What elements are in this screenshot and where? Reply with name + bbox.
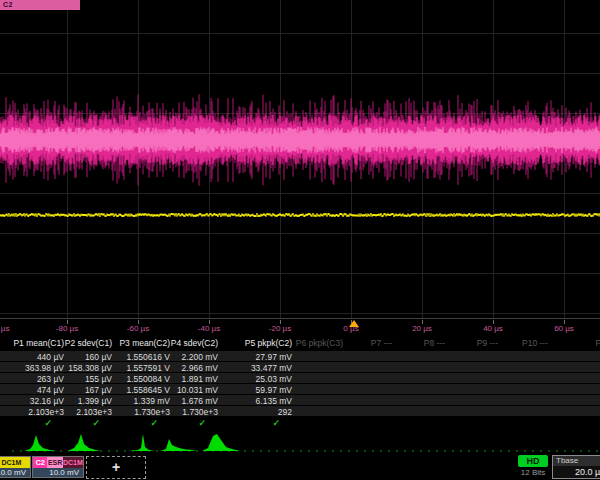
param-status-check-icon: ✓ (272, 418, 280, 428)
histicon-p4[interactable] (160, 439, 196, 451)
param-header-p2[interactable]: P2 sdev(C1) (65, 338, 112, 348)
axis-tick-label: 20 µs (392, 324, 452, 333)
param-header-p4[interactable]: P4 sdev(C2) (171, 338, 218, 348)
trigger-position-marker[interactable] (349, 320, 359, 327)
param-value: 1.558645 V (127, 385, 170, 395)
hd-mode-badge[interactable]: HD (518, 455, 548, 467)
param-header-p6[interactable]: P6 pkpk(C3) (296, 338, 343, 348)
param-header-p9[interactable]: P9 --- (477, 338, 498, 348)
param-value: 263 µV (37, 374, 64, 384)
param-value: 155 µV (85, 374, 112, 384)
measurement-table: P1 mean(C1)440 µV363.98 µV263 µV474 µV32… (0, 336, 600, 430)
param-value: 1.730e+3 (182, 407, 218, 417)
axis-tick-label: -20 µs (250, 324, 310, 333)
param-value: 363.98 µV (25, 363, 64, 373)
c2-descriptor-box[interactable]: C2 ESR DC1M 10.0 mV (32, 456, 84, 478)
add-trace-button[interactable]: + (86, 456, 146, 479)
param-value: 32.16 µV (30, 396, 64, 406)
param-value: 2.200 mV (182, 352, 218, 362)
param-value: 440 µV (37, 352, 64, 362)
c1-vdiv-value: 10.0 mV (0, 468, 30, 477)
param-value: 59.97 mV (256, 385, 292, 395)
param-value: 1.399 µV (78, 396, 112, 406)
param-value: 2.103e+3 (76, 407, 112, 417)
param-status-check-icon: ✓ (92, 418, 100, 428)
param-value: 2.966 mV (182, 363, 218, 373)
param-value: 6.135 mV (256, 396, 292, 406)
c2-esr-badge: ESR (47, 457, 62, 468)
param-value: 1.339 mV (134, 396, 170, 406)
axis-tick-label: -40 µs (179, 324, 239, 333)
axis-tick-label: -60 µs (108, 324, 168, 333)
param-header-p1[interactable]: P1 mean(C1) (13, 338, 64, 348)
time-axis: -100 µs-80 µs-60 µs-40 µs-20 µs0 µs20 µs… (0, 318, 600, 337)
c1-coupling-badge: DC1M (0, 457, 30, 468)
timebase-descriptor-box[interactable]: Tbase 20.0 µs (552, 455, 600, 479)
param-value: 33.477 mV (251, 363, 292, 373)
c2-vdiv-value: 10.0 mV (33, 468, 83, 477)
param-value: 167 µV (85, 385, 112, 395)
c2-coupling-badge: DC1M (63, 457, 83, 468)
axis-tick-label: 60 µs (534, 324, 594, 333)
param-value: 474 µV (37, 385, 64, 395)
param-value: 158.308 µV (68, 363, 112, 373)
param-header-p10[interactable]: P10 --- (522, 338, 548, 348)
param-value: 1.891 mV (182, 374, 218, 384)
param-status-check-icon: ✓ (44, 418, 52, 428)
histicon-p5[interactable] (202, 434, 240, 451)
timebase-label: Tbase (553, 456, 600, 466)
axis-tick-label: 40 µs (463, 324, 523, 333)
param-value: 1.557591 V (127, 363, 170, 373)
param-status-check-icon: ✓ (150, 418, 158, 428)
param-header-p8[interactable]: P8 --- (424, 338, 445, 348)
axis-tick-label: -100 µs (0, 324, 26, 333)
parameter-histicons (0, 430, 600, 455)
param-value: 27.97 mV (256, 352, 292, 362)
param-header-p5[interactable]: P5 pkpk(C2) (245, 338, 292, 348)
hd-bits-label: 12 Bits (510, 468, 556, 477)
waveform-grid (0, 0, 600, 318)
c2-channel-tag: C2 (33, 457, 47, 468)
timebase-value: 20.0 µs (553, 466, 600, 479)
c2-trace-label[interactable]: C2 (0, 0, 80, 10)
histicon-p2[interactable] (68, 434, 100, 451)
param-value: 292 (278, 407, 292, 417)
param-value: 1.550084 V (127, 374, 170, 384)
param-value: 160 µV (85, 352, 112, 362)
param-value: 1.676 mV (182, 396, 218, 406)
param-header-p3[interactable]: P3 mean(C2) (119, 338, 170, 348)
param-header-p7[interactable]: P7 --- (371, 338, 392, 348)
param-status-check-icon: ✓ (198, 418, 206, 428)
param-value: 1.730e+3 (134, 407, 170, 417)
c1-descriptor-box[interactable]: C1 DC1M 10.0 mV (0, 456, 31, 478)
c1-waveform (0, 213, 600, 217)
histicon-p3[interactable] (128, 434, 155, 451)
param-value: 10.031 mV (177, 385, 218, 395)
histicon-p1[interactable] (24, 435, 56, 451)
param-value: 25.03 mV (256, 374, 292, 384)
param-value: 2.103e+3 (28, 407, 64, 417)
param-value: 1.550616 V (127, 352, 170, 362)
param-header-p11[interactable]: P11 (596, 338, 600, 348)
oscilloscope-screen: C2 -100 µs-80 µs-60 µs-40 µs-20 µs0 µs20… (0, 0, 600, 480)
axis-tick-label: -80 µs (37, 324, 97, 333)
